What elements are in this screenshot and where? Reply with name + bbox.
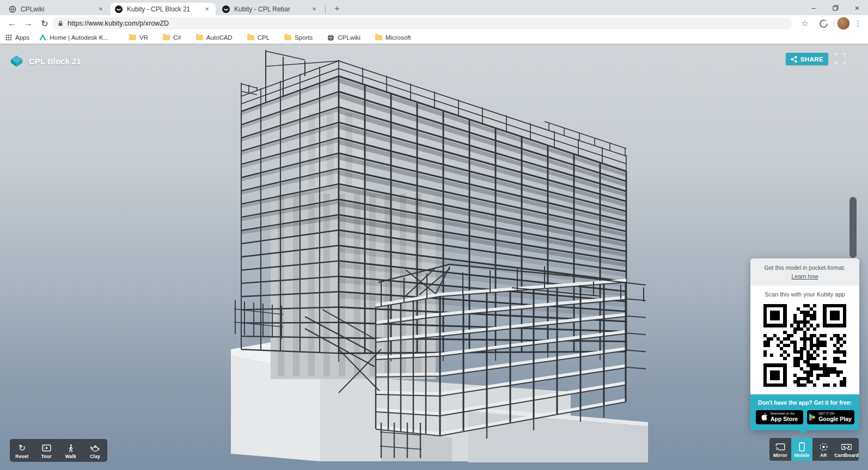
qr-panel-footer: Don't have the app? Get it for free: Dow… [750, 394, 859, 430]
ar-icon [819, 442, 828, 452]
mobile-phone-icon [799, 442, 805, 452]
share-label: SHARE [800, 56, 823, 63]
googleplay-big-text: Google Play [818, 416, 852, 422]
learn-how-link[interactable]: Learn how [791, 273, 818, 280]
close-window-button[interactable]: × [846, 0, 868, 15]
tab-close-icon[interactable]: × [96, 5, 105, 14]
reload-button[interactable]: ↻ [38, 17, 51, 30]
bookmark-cplwiki[interactable]: CPLwiki [327, 34, 360, 41]
forward-button[interactable]: → [22, 17, 35, 30]
reset-button[interactable]: ↻ Reset [10, 439, 34, 462]
mirror-button[interactable]: Mirror [769, 438, 791, 461]
walk-button[interactable]: Walk [59, 439, 83, 462]
tour-icon [42, 443, 51, 453]
tab-close-icon[interactable]: × [203, 5, 211, 14]
fullscreen-button[interactable] [835, 53, 846, 64]
bookmark-autocad[interactable]: AutoCAD [196, 34, 233, 41]
navbar-divider [834, 19, 834, 28]
kubity-3d-viewer: CPL Block 21 SHARE Get this model in poc… [0, 44, 868, 470]
bookmarks-bar: Apps Home | Autodesk K... VR C# AutoCAD … [0, 32, 868, 44]
toolbar-label: AR [820, 453, 827, 458]
zoom-slider-handle[interactable] [849, 197, 857, 258]
appstore-big-text: App Store [771, 416, 798, 422]
bookmark-label: AutoCAD [206, 34, 233, 41]
address-bar[interactable]: https://www.kubity.com/p/xrowZD [52, 17, 792, 29]
mirror-cast-icon [775, 442, 785, 452]
toolbar-label: Walk [65, 454, 76, 459]
bookmark-vr[interactable]: VR [129, 34, 148, 41]
apps-grid-icon [5, 34, 12, 41]
bookmark-star-button[interactable]: ☆ [798, 17, 811, 30]
toolbar-label: Clay [90, 454, 100, 459]
kubity-logo-icon [10, 55, 23, 67]
tab-title: Kubity - CPL Block 21 [127, 5, 203, 13]
bookmark-label: Sports [295, 34, 313, 41]
qr-panel-pointer [798, 430, 807, 435]
model-3d-viewport[interactable] [0, 45, 868, 470]
clay-button[interactable]: Clay [83, 439, 107, 462]
window-controls: – × [803, 0, 868, 15]
store-badges: Download on the App Store GET IT ON Goog… [754, 410, 856, 424]
bookmark-apps[interactable]: Apps [5, 34, 29, 41]
folder-icon [247, 35, 254, 40]
tab-kubity-rebar[interactable]: Kubity - CPL Rebar × [218, 3, 323, 15]
bookmark-label: VR [139, 34, 148, 41]
qr-footer-text: Don't have the app? Get it for free: [754, 399, 856, 406]
kubity-favicon-icon [222, 5, 230, 13]
toolbar-label: Tour [41, 454, 52, 459]
cardboard-vr-icon [841, 442, 852, 452]
bookmark-label: C# [173, 34, 181, 41]
ar-button[interactable]: AR [812, 438, 834, 461]
toolbar-label: Mirror [773, 453, 787, 458]
bookmark-cpl[interactable]: CPL [247, 34, 270, 41]
folder-icon [284, 35, 291, 40]
qr-panel-body: Scan this with your Kubity app [750, 286, 859, 394]
restore-button[interactable] [824, 0, 846, 15]
new-tab-button[interactable]: + [330, 3, 344, 15]
share-button[interactable]: SHARE [786, 53, 828, 65]
tour-button[interactable]: Tour [34, 439, 59, 462]
tab-cplwiki[interactable]: CPLwiki × [4, 3, 109, 15]
bookmark-label: Microsoft [386, 34, 411, 41]
reset-icon: ↻ [19, 443, 26, 453]
toolbar-label: Reset [15, 454, 28, 459]
profile-avatar[interactable] [837, 17, 850, 30]
url-text[interactable]: https://www.kubity.com/p/xrowZD [68, 20, 169, 27]
mobile-qr-panel: Get this model in pocket-format. Learn h… [750, 258, 859, 430]
navigation-toolbar: ↻ Reset Tour Walk Clay [10, 439, 107, 462]
tab-close-icon[interactable]: × [310, 5, 319, 14]
tab-title: Kubity - CPL Rebar [234, 5, 310, 13]
walk-icon [68, 443, 74, 453]
clay-teapot-icon [90, 443, 100, 453]
autodesk-icon [39, 34, 46, 41]
device-mode-toolbar: Mirror Mobile AR Cardboard [769, 438, 859, 461]
back-button[interactable]: ← [5, 17, 19, 30]
chrome-menu-button[interactable]: ⋮ [852, 17, 865, 30]
google-play-icon [809, 413, 816, 421]
model-title: CPL Block 21 [29, 57, 81, 66]
browser-navbar: ← → ↻ https://www.kubity.com/p/xrowZD ☆ … [0, 15, 868, 32]
google-play-badge[interactable]: GET IT ON Google Play [807, 410, 854, 424]
bookmark-sports[interactable]: Sports [284, 34, 313, 41]
building-model-svg [0, 45, 868, 470]
bookmark-autodesk-home[interactable]: Home | Autodesk K... [39, 34, 108, 41]
bookmark-csharp[interactable]: C# [163, 34, 181, 41]
folder-icon [196, 35, 203, 40]
appstore-small-text: Download on the [771, 412, 798, 415]
qr-header-text: Get this model in pocket-format. [765, 264, 846, 271]
qr-scan-text: Scan this with your Kubity app [750, 291, 859, 298]
app-store-badge[interactable]: Download on the App Store [756, 410, 803, 424]
folder-icon [129, 35, 136, 40]
extension-icon[interactable] [817, 17, 830, 30]
tab-kubity-block21[interactable]: Kubity - CPL Block 21 × [111, 3, 216, 15]
mobile-button[interactable]: Mobile [791, 438, 813, 461]
lock-icon [58, 20, 63, 27]
minimize-button[interactable]: – [803, 0, 824, 15]
qr-panel-header: Get this model in pocket-format. Learn h… [750, 258, 859, 286]
share-icon [791, 56, 797, 63]
bookmark-label: CPLwiki [338, 34, 360, 41]
apple-icon [761, 413, 768, 421]
cardboard-button[interactable]: Cardboard [834, 438, 859, 461]
tab-title: CPLwiki [21, 5, 96, 13]
bookmark-microsoft[interactable]: Microsoft [375, 34, 411, 41]
